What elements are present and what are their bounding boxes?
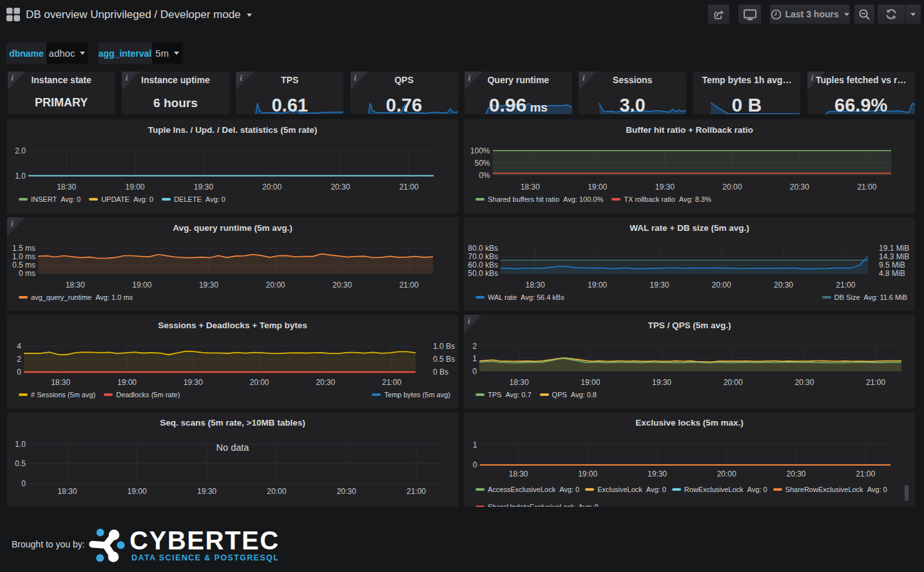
svg-text:21:00: 21:00 bbox=[856, 469, 875, 478]
svg-text:100%: 100% bbox=[470, 146, 490, 155]
svg-text:20:00: 20:00 bbox=[717, 469, 736, 478]
svg-text:0 ms: 0 ms bbox=[19, 269, 35, 278]
svg-text:19:00: 19:00 bbox=[128, 487, 147, 496]
svg-text:1.0 Bs: 1.0 Bs bbox=[433, 342, 455, 351]
svg-text:21:00: 21:00 bbox=[399, 182, 419, 192]
svg-text:0: 0 bbox=[17, 368, 21, 377]
svg-text:0: 0 bbox=[21, 479, 26, 488]
svg-text:20:30: 20:30 bbox=[786, 469, 805, 478]
svg-text:18:30: 18:30 bbox=[66, 281, 85, 290]
svg-text:20:30: 20:30 bbox=[774, 281, 793, 290]
svg-text:19:00: 19:00 bbox=[117, 378, 137, 387]
svg-text:20:00: 20:00 bbox=[249, 378, 269, 387]
svg-text:0: 0 bbox=[473, 460, 477, 469]
svg-text:18:30: 18:30 bbox=[526, 281, 545, 290]
svg-text:18:30: 18:30 bbox=[508, 469, 528, 478]
svg-text:19:30: 19:30 bbox=[652, 378, 671, 387]
svg-text:20:30: 20:30 bbox=[332, 281, 352, 290]
svg-text:19:00: 19:00 bbox=[125, 182, 144, 192]
svg-text:18:30: 18:30 bbox=[510, 378, 529, 387]
svg-text:60.0 kBs: 60.0 kBs bbox=[468, 261, 498, 270]
svg-text:0 Bs: 0 Bs bbox=[433, 368, 448, 377]
svg-text:18:30: 18:30 bbox=[57, 182, 76, 192]
svg-text:20:00: 20:00 bbox=[265, 281, 285, 290]
svg-text:19:00: 19:00 bbox=[578, 469, 597, 478]
svg-text:20:00: 20:00 bbox=[722, 182, 742, 192]
svg-text:14.3 MiB: 14.3 MiB bbox=[879, 252, 909, 261]
svg-text:2: 2 bbox=[17, 355, 21, 364]
svg-text:20:30: 20:30 bbox=[331, 182, 350, 192]
svg-text:19:00: 19:00 bbox=[581, 378, 600, 387]
svg-text:19:30: 19:30 bbox=[197, 487, 217, 496]
svg-text:19:00: 19:00 bbox=[588, 281, 607, 290]
svg-text:19:00: 19:00 bbox=[588, 182, 607, 192]
svg-text:1.0 ms: 1.0 ms bbox=[12, 252, 35, 261]
svg-text:4: 4 bbox=[17, 342, 21, 351]
svg-text:1.5 ms: 1.5 ms bbox=[12, 244, 35, 253]
svg-text:1: 1 bbox=[473, 440, 477, 449]
svg-text:2.0: 2.0 bbox=[15, 146, 26, 155]
svg-text:19:30: 19:30 bbox=[184, 378, 203, 387]
svg-text:19:30: 19:30 bbox=[648, 469, 667, 478]
svg-text:20:30: 20:30 bbox=[790, 182, 809, 192]
svg-text:21:00: 21:00 bbox=[857, 182, 876, 192]
svg-text:21:00: 21:00 bbox=[407, 487, 426, 496]
svg-text:20:30: 20:30 bbox=[337, 487, 356, 496]
svg-text:21:00: 21:00 bbox=[866, 378, 885, 387]
svg-text:20:00: 20:00 bbox=[724, 378, 743, 387]
svg-text:1.0: 1.0 bbox=[15, 172, 26, 181]
svg-text:50%: 50% bbox=[474, 159, 490, 168]
svg-text:0.5 ms: 0.5 ms bbox=[12, 261, 35, 270]
svg-text:19:30: 19:30 bbox=[199, 281, 218, 290]
svg-text:19:30: 19:30 bbox=[655, 182, 675, 192]
svg-text:20:00: 20:00 bbox=[267, 487, 286, 496]
svg-text:21:00: 21:00 bbox=[399, 281, 419, 290]
svg-text:20:00: 20:00 bbox=[262, 182, 282, 192]
svg-text:50.0 kBs: 50.0 kBs bbox=[468, 269, 498, 278]
svg-text:20:30: 20:30 bbox=[794, 378, 814, 387]
svg-text:1: 1 bbox=[472, 354, 477, 363]
svg-text:No data: No data bbox=[217, 442, 250, 453]
svg-text:20:30: 20:30 bbox=[316, 378, 335, 387]
svg-text:1.0: 1.0 bbox=[15, 440, 26, 449]
svg-text:19:30: 19:30 bbox=[650, 281, 669, 290]
svg-text:70.0 kBs: 70.0 kBs bbox=[468, 252, 498, 261]
svg-text:80.0 kBs: 80.0 kBs bbox=[468, 244, 498, 253]
svg-text:0.5 Bs: 0.5 Bs bbox=[433, 355, 455, 364]
svg-text:19:30: 19:30 bbox=[194, 182, 213, 192]
svg-text:4.8 MiB: 4.8 MiB bbox=[879, 269, 905, 278]
svg-text:19:00: 19:00 bbox=[132, 281, 151, 290]
svg-text:9.5 MiB: 9.5 MiB bbox=[879, 261, 905, 270]
svg-text:2: 2 bbox=[472, 342, 477, 351]
svg-text:18:30: 18:30 bbox=[521, 182, 540, 192]
svg-text:18:30: 18:30 bbox=[57, 487, 77, 496]
svg-text:0%: 0% bbox=[479, 171, 490, 180]
svg-text:21:00: 21:00 bbox=[382, 378, 401, 387]
svg-text:0: 0 bbox=[472, 367, 477, 376]
svg-text:18:30: 18:30 bbox=[51, 378, 70, 387]
svg-text:0.5: 0.5 bbox=[15, 459, 26, 468]
svg-text:19.1 MiB: 19.1 MiB bbox=[879, 244, 909, 253]
svg-text:21:00: 21:00 bbox=[836, 281, 855, 290]
svg-text:20:00: 20:00 bbox=[712, 281, 731, 290]
